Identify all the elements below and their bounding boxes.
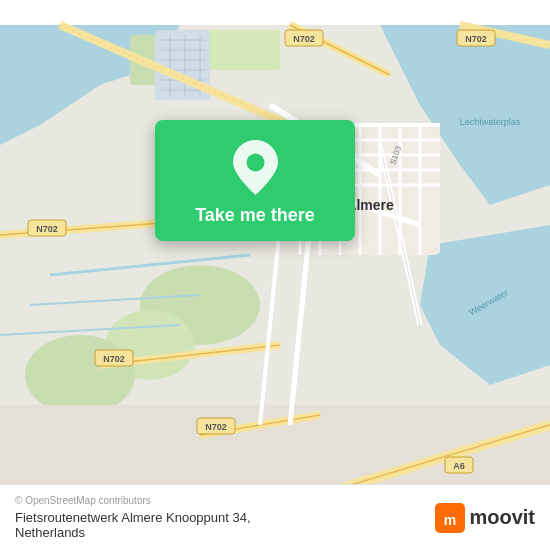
svg-point-21: [25, 335, 135, 415]
svg-text:N702: N702: [293, 34, 315, 44]
cta-overlay[interactable]: Take me there: [155, 120, 355, 241]
svg-text:N702: N702: [205, 422, 227, 432]
svg-rect-6: [200, 30, 280, 70]
svg-text:A6: A6: [453, 461, 465, 471]
moovit-brand-icon: m: [435, 503, 465, 533]
svg-text:Lechtwaterplas: Lechtwaterplas: [460, 117, 521, 127]
location-pin-icon: [233, 140, 278, 195]
svg-text:N702: N702: [36, 224, 58, 234]
svg-text:m: m: [444, 512, 456, 528]
svg-text:N702: N702: [103, 354, 125, 364]
take-me-there-button[interactable]: Take me there: [195, 205, 315, 226]
location-name: Fietsroutenetwerk Almere Knooppunt 34, N…: [15, 510, 251, 540]
svg-point-4: [445, 90, 515, 140]
bottom-left-info: © OpenStreetMap contributors Fietsrouten…: [15, 495, 251, 540]
svg-point-74: [246, 154, 264, 172]
moovit-logo: m moovit: [435, 503, 535, 533]
svg-text:N702: N702: [465, 34, 487, 44]
bottom-bar: © OpenStreetMap contributors Fietsrouten…: [0, 484, 550, 550]
map-container: N702 N702 N702 N702 N702 A6 S103 Almere …: [0, 0, 550, 550]
moovit-logo-text: moovit: [469, 506, 535, 529]
copyright-text: © OpenStreetMap contributors: [15, 495, 251, 506]
